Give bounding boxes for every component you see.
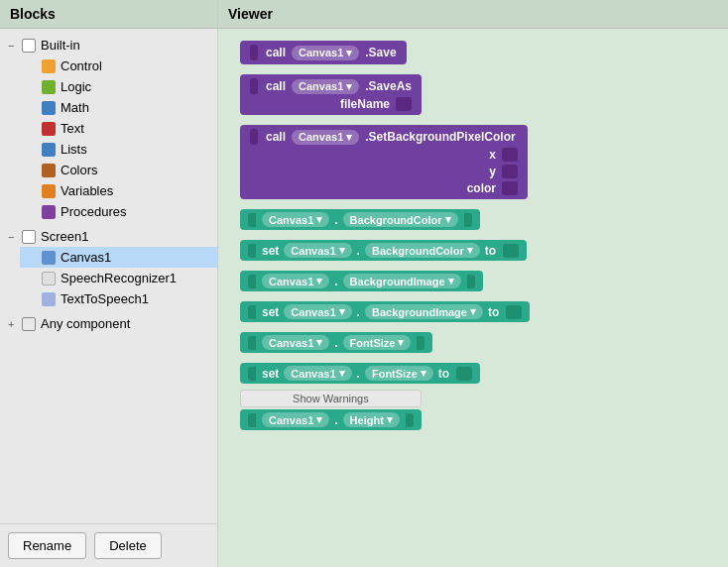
text-label: Text xyxy=(61,121,84,136)
call-saveas-component-label: Canvas1 xyxy=(299,80,343,92)
call-save-component-pill[interactable]: Canvas1 ▾ xyxy=(292,46,359,60)
bg-color-set-socket xyxy=(503,244,519,258)
colors-label: Colors xyxy=(61,163,98,177)
fontsize-get-component-pill[interactable]: Canvas1 ▾ xyxy=(262,335,329,350)
delete-button[interactable]: Delete xyxy=(94,532,162,559)
sidebar-item-logic[interactable]: Logic xyxy=(20,76,217,97)
builtin-toggle[interactable]: − Built-in xyxy=(0,35,217,56)
call-setbg-param-color: color xyxy=(250,181,518,195)
call-saveas-row: call Canvas1 ▾ .SaveAs xyxy=(250,78,412,94)
blocks-header: Blocks xyxy=(0,0,217,29)
call-save-component-label: Canvas1 xyxy=(299,47,343,58)
sidebar-item-speechrecognizer1[interactable]: SpeechRecognizer1 xyxy=(20,268,217,288)
sidebar-item-canvas1[interactable]: Canvas1 xyxy=(20,247,217,268)
procedures-label: Procedures xyxy=(61,204,126,219)
sidebar-item-math[interactable]: Math xyxy=(20,97,217,118)
fontsize-get-prop-pill[interactable]: FontSize ▾ xyxy=(343,335,412,350)
bg-color-get-left xyxy=(248,213,256,227)
screen1-toggle[interactable]: − Screen1 xyxy=(0,226,217,247)
bg-color-get-right xyxy=(464,213,472,227)
bg-image-get-component-pill[interactable]: Canvas1 ▾ xyxy=(262,274,329,288)
sidebar-item-texttospeech1[interactable]: TextToSpeech1 xyxy=(20,288,217,309)
bg-image-set-component: Canvas1 xyxy=(291,306,335,318)
sidebar-item-lists[interactable]: Lists xyxy=(20,139,217,160)
fontsize-set-left xyxy=(248,367,256,381)
bg-color-set-prop: BackgroundColor xyxy=(372,245,464,257)
blocks-footer: Rename Delete xyxy=(0,523,217,567)
bg-color-get-prop-pill[interactable]: BackgroundColor ▾ xyxy=(343,212,458,227)
fontsize-set-prop-pill[interactable]: FontSize ▾ xyxy=(365,366,433,381)
bg-image-set-socket xyxy=(506,305,522,319)
canvas1-label: Canvas1 xyxy=(61,250,111,265)
screen1-toggle-icon: − xyxy=(8,231,22,243)
bg-color-set-keyword: set xyxy=(262,244,279,258)
screen1-children: Canvas1 SpeechRecognizer1 TextToSpeech1 xyxy=(0,247,217,309)
bg-image-set-prop-pill[interactable]: BackgroundImage ▾ xyxy=(365,304,483,319)
bg-image-set-keyword: set xyxy=(262,305,279,319)
bg-color-set-prop-pill[interactable]: BackgroundColor ▾ xyxy=(365,243,480,258)
any-component-icon xyxy=(22,317,36,331)
height-get-component-pill[interactable]: Canvas1 ▾ xyxy=(262,412,329,427)
call-setbg-row: call Canvas1 ▾ .SetBackgroundPixelColor xyxy=(250,129,518,145)
math-label: Math xyxy=(61,100,89,115)
text-icon xyxy=(42,122,56,136)
show-warnings-area: Show Warnings Canvas1 ▾ . Height ▾ xyxy=(240,394,422,430)
call-saveas-block: call Canvas1 ▾ .SaveAs fileName xyxy=(240,74,422,115)
call-setbg-block: call Canvas1 ▾ .SetBackgroundPixelColor … xyxy=(240,125,528,199)
sidebar-item-control[interactable]: Control xyxy=(20,56,217,76)
tts-icon xyxy=(42,292,56,306)
blocks-panel: Blocks − Built-in Control Logic xyxy=(0,0,218,567)
call-setbg-component-pill[interactable]: Canvas1 ▾ xyxy=(292,130,359,145)
speech-label: SpeechRecognizer1 xyxy=(61,271,177,285)
call-setbg-dropdown-icon: ▾ xyxy=(346,131,352,144)
procedures-icon xyxy=(42,205,56,219)
sidebar-item-any-component[interactable]: + Any component xyxy=(0,313,217,334)
screen1-label: Screen1 xyxy=(41,229,88,244)
call-setbg-socket-y xyxy=(502,165,518,178)
fontsize-set-socket xyxy=(456,367,472,381)
viewer-content[interactable]: call Canvas1 ▾ .Save call Canvas1 ▾ .Sav… xyxy=(218,29,728,567)
bg-image-set-component-pill[interactable]: Canvas1 ▾ xyxy=(284,304,351,319)
colors-icon xyxy=(42,164,56,177)
show-warnings-button[interactable]: Show Warnings xyxy=(240,390,422,407)
bg-image-get-left xyxy=(248,275,256,288)
bg-color-get-component-pill[interactable]: Canvas1 ▾ xyxy=(262,212,329,227)
call-setbg-param-y: y xyxy=(250,165,518,178)
logic-icon xyxy=(42,80,56,94)
call-saveas-param-row: fileName xyxy=(250,97,412,111)
call-setbg-param-x: x xyxy=(250,148,518,162)
viewer-header: Viewer xyxy=(218,0,728,29)
call-saveas-component-pill[interactable]: Canvas1 ▾ xyxy=(292,79,359,94)
math-icon xyxy=(42,101,56,115)
call-save-left-notch xyxy=(250,45,258,60)
bg-color-set-left xyxy=(248,244,256,258)
fontsize-get-right xyxy=(417,336,425,350)
sidebar-item-procedures[interactable]: Procedures xyxy=(20,201,217,222)
bg-image-set-to: to xyxy=(488,305,499,319)
viewer-panel: Viewer call Canvas1 ▾ .Save call Canvas1… xyxy=(218,0,728,567)
tts-label: TextToSpeech1 xyxy=(61,291,149,306)
height-get-block: Canvas1 ▾ . Height ▾ xyxy=(240,409,422,430)
bg-color-set-component-pill[interactable]: Canvas1 ▾ xyxy=(284,243,351,258)
bg-color-set-block: set Canvas1 ▾ . BackgroundColor ▾ to xyxy=(240,240,527,261)
call-saveas-dropdown-icon: ▾ xyxy=(346,80,352,93)
sidebar-item-colors[interactable]: Colors xyxy=(20,160,217,180)
canvas1-icon xyxy=(42,251,56,265)
sidebar-item-variables[interactable]: Variables xyxy=(20,180,217,201)
bg-image-set-prop: BackgroundImage xyxy=(372,306,467,318)
bg-color-get-component: Canvas1 xyxy=(269,214,313,226)
bg-image-get-prop-pill[interactable]: BackgroundImage ▾ xyxy=(343,274,461,288)
height-get-prop-pill[interactable]: Height ▾ xyxy=(343,412,400,427)
builtin-children: Control Logic Math Text xyxy=(0,56,217,222)
bg-image-get-right xyxy=(467,275,475,288)
control-icon xyxy=(42,59,56,73)
fontsize-set-to: to xyxy=(438,367,449,381)
sidebar-item-text[interactable]: Text xyxy=(20,118,217,139)
call-saveas-left-notch xyxy=(250,78,258,94)
fontsize-set-component-pill[interactable]: Canvas1 ▾ xyxy=(284,366,351,381)
rename-button[interactable]: Rename xyxy=(8,532,86,559)
bg-color-set-component: Canvas1 xyxy=(291,245,335,257)
bg-color-get-block: Canvas1 ▾ . BackgroundColor ▾ xyxy=(240,209,480,230)
call-save-block: call Canvas1 ▾ .Save xyxy=(240,41,407,64)
call-setbg-left-notch xyxy=(250,129,258,145)
